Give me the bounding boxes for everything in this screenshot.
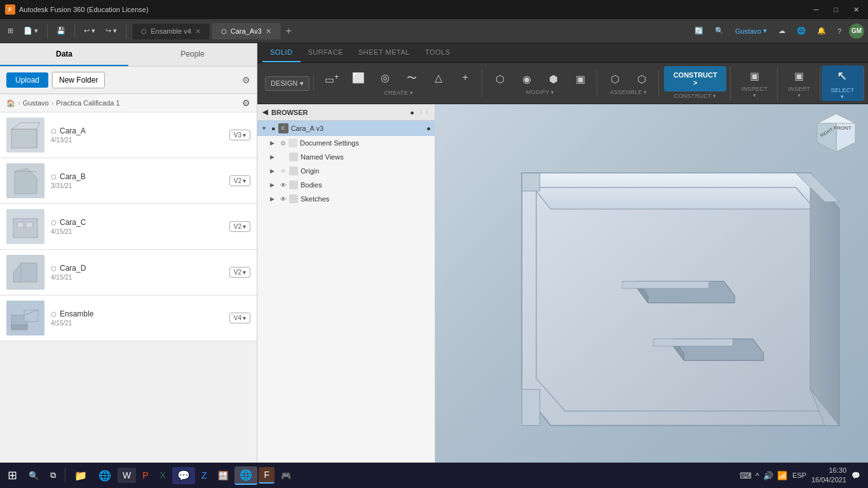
close-button[interactable]: ✕: [850, 4, 863, 15]
taskbar-explorer-button[interactable]: 📁: [69, 467, 92, 484]
taskbar-extra-button[interactable]: 🎮: [276, 468, 296, 483]
tab-ensamble-close[interactable]: ✕: [195, 27, 201, 36]
create-loft-button[interactable]: △: [426, 69, 451, 88]
insert-button[interactable]: ▣: [787, 67, 812, 85]
taskbar-powerpoint-button[interactable]: P: [137, 468, 153, 483]
create-sketch-button[interactable]: ▭+: [319, 69, 344, 88]
taskbar-excel-button[interactable]: X: [155, 468, 171, 483]
modify-fillet[interactable]: ◉: [514, 71, 539, 88]
browser-collapse-arrow[interactable]: ◀: [262, 108, 268, 116]
tab-ensamble[interactable]: ⬡ Ensamble v4 ✕: [132, 23, 210, 39]
user-menu-button[interactable]: Gustavo ▾: [731, 24, 771, 37]
modify-press-pull[interactable]: ⬡: [487, 71, 513, 88]
root-expand-arrow[interactable]: ▼: [261, 125, 269, 132]
cloud-button[interactable]: ☁: [775, 24, 789, 37]
create-sweep-button[interactable]: 〜: [399, 69, 424, 88]
notification-icon[interactable]: 💬: [851, 471, 860, 480]
taskbar-chrome-button[interactable]: 🌐: [234, 466, 257, 485]
undo-button[interactable]: ↩ ▾: [80, 24, 99, 37]
breadcrumb-user[interactable]: Gustavo: [23, 99, 49, 107]
file-item-cara-c[interactable]: ⬡ Cara_C 4/15/21 V2 ▾: [0, 204, 257, 250]
taskbar-teams-button[interactable]: 🪟: [213, 468, 233, 483]
tab-people[interactable]: People: [128, 43, 257, 66]
browser-item-origin[interactable]: ▶ 👁 Origin: [257, 164, 435, 178]
file-version-cara-b[interactable]: V2 ▾: [229, 175, 250, 186]
file-item-cara-d[interactable]: ⬡ Cara_D 4/15/21 V2 ▾: [0, 250, 257, 295]
breadcrumb-project[interactable]: Practica Calificada 1: [56, 99, 119, 107]
task-view-button[interactable]: ⧉: [45, 468, 61, 483]
bodies-expand[interactable]: ▶: [270, 182, 278, 188]
taskbar-word-button[interactable]: W: [118, 468, 136, 483]
modify-chamfer[interactable]: ⬢: [541, 71, 566, 88]
browser-item-sketches[interactable]: ▶ 👁 Sketches: [257, 192, 435, 206]
tab-surface[interactable]: SURFACE: [301, 43, 351, 62]
titlebar-controls[interactable]: ─ □ ✕: [810, 4, 863, 15]
tab-add-button[interactable]: +: [282, 25, 295, 37]
origin-eye-icon[interactable]: 👁: [280, 168, 287, 175]
start-button[interactable]: ⊞: [3, 466, 22, 485]
taskbar-fusion-button[interactable]: F: [259, 467, 275, 484]
caret-icon[interactable]: ^: [756, 471, 759, 480]
upload-button[interactable]: Upload: [6, 72, 48, 88]
construct-button[interactable]: CONSTRUCT >: [664, 66, 726, 92]
volume-icon[interactable]: 🔊: [763, 471, 773, 480]
3d-viewport[interactable]: FRONT RIGHT: [435, 104, 868, 487]
apps-menu-button[interactable]: ⊞: [4, 24, 17, 37]
refresh-button[interactable]: 🔄: [691, 24, 707, 37]
browser-item-doc-settings[interactable]: ▶ ⚙ Document Settings: [257, 136, 435, 150]
notifications-button[interactable]: 🔔: [813, 24, 830, 37]
assemble-more[interactable]: ⬡: [629, 71, 654, 88]
breadcrumb-settings-icon[interactable]: ⚙: [242, 98, 250, 108]
tab-tools[interactable]: TOOLS: [417, 43, 458, 62]
viewcube[interactable]: FRONT RIGHT: [811, 111, 862, 161]
origin-expand[interactable]: ▶: [270, 168, 278, 174]
new-folder-button[interactable]: New Folder: [52, 72, 105, 88]
inspect-button[interactable]: ▣: [742, 67, 767, 85]
tab-cara-close[interactable]: ✕: [266, 27, 271, 36]
assemble-joint[interactable]: ⬡: [602, 71, 628, 88]
online-button[interactable]: 🌐: [793, 24, 810, 37]
file-item-cara-a[interactable]: ⬡ Cara_A 4/13/21 V3 ▾: [0, 112, 257, 158]
tab-sheet-metal[interactable]: SHEET METAL: [351, 43, 417, 62]
file-version-cara-c[interactable]: V2 ▾: [229, 221, 250, 232]
help-button[interactable]: ?: [834, 25, 845, 37]
file-item-ensamble[interactable]: ⬡ Ensamble 4/15/21 V4 ▾: [0, 295, 257, 341]
file-version-cara-d[interactable]: V2 ▾: [229, 267, 250, 278]
breadcrumb-home[interactable]: 🏠: [6, 99, 15, 107]
lang-indicator[interactable]: ESP: [792, 471, 806, 479]
doc-settings-expand[interactable]: ▶: [270, 140, 278, 146]
taskbar-edge-button[interactable]: 🌐: [93, 467, 116, 484]
tab-cara-av3[interactable]: ⬡ Cara_Av3 ✕: [212, 23, 281, 39]
browser-item-named-views[interactable]: ▶ Named Views: [257, 150, 435, 164]
design-dropdown[interactable]: DESIGN ▾: [265, 76, 309, 91]
create-revolve-button[interactable]: ◎: [372, 69, 398, 88]
tab-data[interactable]: Data: [0, 43, 128, 66]
maximize-button[interactable]: □: [830, 4, 842, 15]
browser-root-item[interactable]: ▼ ● C Cara_A v3 ●: [257, 121, 435, 136]
named-views-expand[interactable]: ▶: [270, 154, 278, 160]
create-extrude-button[interactable]: ⬜: [346, 69, 371, 88]
root-visibility-icon[interactable]: ●: [271, 125, 276, 132]
search-button[interactable]: 🔍: [711, 24, 728, 37]
save-button[interactable]: 💾: [53, 24, 69, 37]
create-more-button[interactable]: +: [452, 69, 478, 88]
redo-button[interactable]: ↪ ▾: [102, 24, 121, 37]
panel-settings-icon[interactable]: ⚙: [242, 75, 250, 85]
file-version-ensamble[interactable]: V4 ▾: [229, 313, 250, 323]
taskbar-discord-button[interactable]: 💬: [172, 467, 195, 484]
browser-options-icon[interactable]: ●: [410, 109, 414, 116]
tab-solid[interactable]: SOLID: [262, 43, 301, 62]
search-button-taskbar[interactable]: 🔍: [24, 468, 44, 483]
taskbar-zoom-button[interactable]: Z: [196, 468, 212, 483]
modify-more[interactable]: ▣: [567, 71, 593, 88]
browser-item-bodies[interactable]: ▶ 👁 Bodies: [257, 178, 435, 192]
file-menu-button[interactable]: 📄 ▾: [20, 24, 42, 37]
network-icon[interactable]: 📶: [777, 471, 787, 480]
select-button[interactable]: ↖: [830, 65, 855, 86]
file-item-cara-b[interactable]: ⬡ Cara_B 3/31/21 V2 ▾: [0, 158, 257, 204]
file-version-cara-a[interactable]: V3 ▾: [229, 130, 250, 140]
bodies-eye-icon[interactable]: 👁: [280, 182, 287, 189]
sketches-eye-icon[interactable]: 👁: [280, 196, 287, 203]
sketches-expand[interactable]: ▶: [270, 196, 278, 202]
minimize-button[interactable]: ─: [810, 4, 823, 15]
